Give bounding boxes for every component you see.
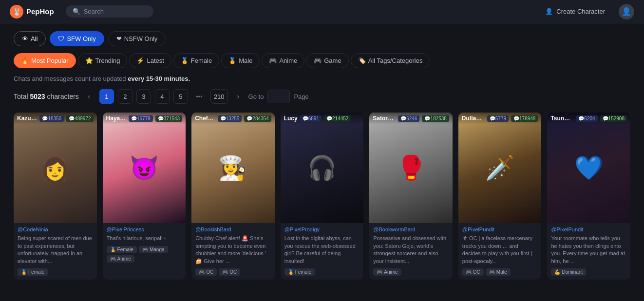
most-popular-emoji-icon: 🔥 [21, 57, 29, 64]
tag-row: 🎮Anime [373, 268, 449, 276]
card-header: 😈 Hayase 💬16779 💬371543 [103, 113, 186, 223]
card-tsundere[interactable]: 💙 Tsundere 💬6204 💬152908 @PixelPundit Yo… [547, 113, 630, 280]
header: 🐰 PepHop 🔍 Search 👤 Create Character 👤 [0, 0, 644, 23]
pagination-page-2[interactable]: 2 [118, 89, 133, 104]
heart-icon: ❤ [116, 35, 122, 42]
category-row: 🔥Most Popular⭐Trending⚡Latest🏅Female🏅Mal… [14, 53, 630, 68]
message-count-badge: 💬284354 [244, 115, 271, 122]
logo[interactable]: 🐰 PepHop [10, 5, 54, 19]
category-game-button[interactable]: 🎮Game [306, 53, 348, 68]
eye-icon: 👁 [22, 35, 28, 42]
creator-name: @PixelPundit [551, 226, 626, 232]
card-description: Your roommate who tells you he hates you… [551, 235, 626, 265]
card-image: 🥊 [369, 113, 453, 223]
card-chef-lau[interactable]: 👩‍🍳 Chef Lau 💬13255 💬284354 @BookishBard… [191, 113, 275, 280]
message-count-badge: 💬152908 [600, 115, 627, 122]
tag-emoji-icon: 🎮 [377, 269, 382, 275]
tag-anime: 🎮Anime [373, 268, 401, 276]
card-image: 💙 [547, 113, 630, 223]
filter-all-button[interactable]: 👁 All [14, 31, 46, 46]
card-title-bar: Lucy 💬6891 💬214452 [281, 113, 364, 124]
creator-name: @PixelPundit [462, 226, 538, 232]
main-content: 👁 All 🛡 SFW Only ❤ NSFW Only 🔥Most Popul… [0, 23, 644, 287]
card-hayase[interactable]: 😈 Hayase 💬16779 💬371543 @PixelPrincess T… [103, 113, 186, 280]
category-anime-button[interactable]: 🎮Anime [262, 53, 304, 68]
tag-female: 🏅Female [284, 268, 315, 276]
category-latest-button[interactable]: ⚡Latest [129, 53, 171, 68]
female-label: Female [191, 57, 212, 64]
card-description: 🗡 OC | a faceless mercenary tracks you d… [462, 235, 538, 265]
search-bar[interactable]: 🔍 Search [66, 5, 153, 18]
category-all-tags-button[interactable]: 🏷️All Tags/Categories [351, 53, 430, 68]
creator-name: @PixelProdigy [284, 226, 360, 232]
tag-emoji-icon: 🎮 [199, 269, 205, 275]
card-lucy[interactable]: 🎧 Lucy 💬6891 💬214452 @PixelProdigy Lost … [281, 113, 364, 280]
tag-female: 🏅Female [107, 246, 137, 253]
content-filter-row: 👁 All 🛡 SFW Only ❤ NSFW Only [14, 31, 630, 46]
anime-label: Anime [279, 57, 297, 64]
total-characters-text: Total 5023 characters [14, 93, 79, 100]
pagination-page-4[interactable]: 4 [155, 89, 170, 104]
tag-row: 🏅Female [284, 268, 360, 276]
game-label: Game [324, 57, 341, 64]
creator-name: @BookishBard [195, 226, 271, 232]
card-image: 🗡️ [458, 113, 542, 223]
tag-male: 🎮Male [486, 268, 511, 276]
category-most-popular-button[interactable]: 🔥Most Popular [14, 53, 76, 68]
filter-all-label: All [31, 35, 38, 42]
chat-count-badge: 💬6891 [300, 115, 322, 122]
card-title-bar: Chef Lau 💬13255 💬284354 [191, 113, 275, 124]
card-image: 🎧 [281, 113, 364, 223]
create-character-button[interactable]: 👤 Create Character [540, 5, 610, 18]
card-dullahan[interactable]: 🗡️ Dullahan 💬5779 💬178948 @PixelPundit 🗡… [458, 113, 542, 280]
category-male-button[interactable]: 🏅Male [221, 53, 260, 68]
card-kazuko[interactable]: 👩 Kazuko 💬18350 💬489972 @CodeNinia Being… [14, 113, 97, 280]
card-satoru-go[interactable]: 🥊 Satoru Go 💬6246 💬182538 @BookwormBard … [369, 113, 453, 280]
tag-emoji-icon: 🏅 [21, 269, 27, 275]
tag-anime: 🎮Anime [107, 255, 134, 263]
filter-sfw-button[interactable]: 🛡 SFW Only [50, 31, 104, 46]
filter-sfw-label: SFW Only [67, 35, 95, 42]
character-name: Kazuko [17, 115, 37, 122]
tag-emoji-icon: 🎮 [489, 269, 495, 275]
card-title-bar: Tsundere 💬6204 💬152908 [547, 113, 630, 124]
tag-emoji-icon: 🎮 [142, 247, 148, 252]
logo-text: PepHop [26, 7, 54, 16]
category-female-button[interactable]: 🏅Female [173, 53, 219, 68]
search-icon: 🔍 [73, 8, 80, 15]
card-header: 💙 Tsundere 💬6204 💬152908 [547, 113, 630, 223]
creator-name: @BookwormBard [373, 226, 449, 232]
tag-oc: 🎮OC [462, 268, 484, 276]
card-header: 👩 Kazuko 💬18350 💬489972 [14, 113, 97, 223]
tag-row: 💪Dominant [551, 268, 626, 276]
user-plus-icon: 👤 [545, 8, 553, 15]
card-title-bar: Dullahan 💬5779 💬178948 [458, 113, 542, 124]
tag-row: 🏅Female 🎮Manga 🎮Anime [107, 246, 182, 263]
goto-page-input[interactable] [267, 90, 290, 103]
message-count-badge: 💬214452 [324, 115, 351, 122]
card-header: 👩‍🍳 Chef Lau 💬13255 💬284354 [191, 113, 275, 223]
male-emoji-icon: 🏅 [228, 57, 236, 64]
filter-nsfw-button[interactable]: ❤ NSFW Only [108, 31, 166, 46]
search-label: Search [84, 8, 104, 15]
pagination-prev-button[interactable]: ‹ [83, 90, 95, 103]
tag-emoji-icon: 💪 [554, 269, 560, 275]
message-count-badge: 💬178948 [511, 115, 538, 122]
message-count-badge: 💬489972 [66, 115, 93, 122]
card-body: @PixelProdigy Lost in the digital abyss,… [281, 223, 364, 280]
category-trending-button[interactable]: ⭐Trending [78, 53, 128, 68]
game-emoji-icon: 🎮 [314, 57, 322, 64]
pagination-page-3[interactable]: 3 [136, 89, 151, 104]
card-title-bar: Hayase 💬16779 💬371543 [103, 113, 186, 124]
pagination-page-1[interactable]: 1 [99, 89, 114, 104]
card-image: 👩‍🍳 [191, 113, 275, 223]
user-avatar[interactable]: 👤 [619, 4, 634, 19]
pagination-next-button[interactable]: › [232, 90, 245, 103]
pagination-page-5[interactable]: 5 [173, 89, 188, 104]
character-name: Chef Lau [195, 115, 215, 122]
card-body: @BookishBard Chubby Chef alert! 🚨 She's … [191, 223, 275, 280]
goto-label: Go to [248, 93, 264, 100]
pagination-page-last[interactable]: 210 [210, 89, 228, 104]
pagination-row: Total 5023 characters ‹ 1 2 3 4 5 ••• 21… [14, 89, 630, 104]
tag-oc: 🎮OC [195, 268, 217, 276]
